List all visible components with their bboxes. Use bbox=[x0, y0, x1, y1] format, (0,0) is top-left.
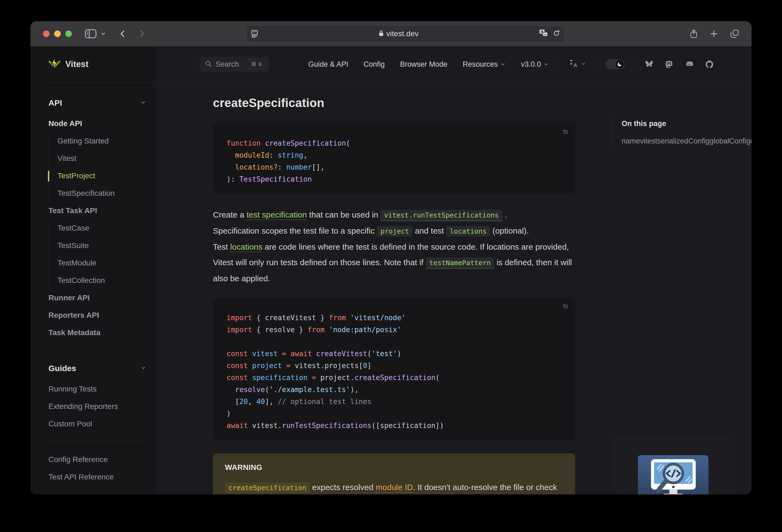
text-run: expects resolved bbox=[310, 483, 376, 492]
bluesky-icon[interactable] bbox=[644, 60, 654, 69]
toc-item-name[interactable]: name bbox=[621, 137, 640, 145]
sidebar-item-testproject[interactable]: TestProject bbox=[58, 167, 149, 185]
tab-overview-icon[interactable] bbox=[730, 29, 739, 38]
reload-icon[interactable] bbox=[553, 29, 560, 38]
toc-item-globalconfig[interactable]: globalConfig bbox=[710, 137, 750, 145]
site-logo[interactable]: Vitest bbox=[31, 46, 156, 82]
code-line: const project = vitest.projects[0] bbox=[226, 360, 562, 371]
language-icon: xA bbox=[569, 59, 579, 69]
minimize-window-button[interactable] bbox=[54, 31, 61, 37]
share-icon[interactable] bbox=[690, 29, 698, 39]
sidebar-item-config-reference[interactable]: Config Reference bbox=[48, 451, 149, 468]
browser-titlebar: vitest.dev A⁎ bbox=[31, 21, 751, 46]
code-line: const vitest = await createVitest('test'… bbox=[226, 348, 562, 360]
search-shortcut: ⌘ K bbox=[248, 59, 266, 69]
code-line: [20, 40], // optional test lines bbox=[226, 396, 562, 407]
traffic-lights bbox=[31, 31, 72, 37]
search-button[interactable]: Search ⌘ K bbox=[199, 57, 270, 72]
header-divider bbox=[47, 82, 742, 82]
text-run: . It doesn't auto-resolve the file or ch… bbox=[413, 483, 557, 492]
back-icon[interactable] bbox=[119, 29, 127, 38]
sidebar-header-reporters-api[interactable]: Reporters API bbox=[48, 307, 149, 324]
zoom-window-button[interactable] bbox=[65, 31, 72, 37]
discord-icon[interactable] bbox=[684, 60, 694, 69]
sidebar-item-testspecification[interactable]: TestSpecification bbox=[58, 185, 149, 202]
link-test-specification[interactable]: test specification bbox=[246, 210, 307, 219]
sidebar-header-test-task-api[interactable]: Test Task API bbox=[48, 202, 149, 219]
forward-icon[interactable] bbox=[138, 29, 146, 38]
sidebar-divider bbox=[48, 441, 145, 442]
toc-item-vitest[interactable]: vitest bbox=[640, 137, 657, 145]
sidebar-item-testsuite[interactable]: TestSuite bbox=[58, 237, 149, 254]
address-bar[interactable]: vitest.dev A⁎ bbox=[246, 25, 565, 42]
nav-link-browser-mode[interactable]: Browser Mode bbox=[400, 60, 448, 69]
inline-code-link-testnamepattern[interactable]: testNamePattern bbox=[426, 257, 494, 269]
text-run: Test bbox=[213, 242, 230, 251]
sidebar-item-testcase[interactable]: TestCase bbox=[58, 219, 149, 237]
github-icon[interactable] bbox=[705, 60, 714, 69]
toc-item-config[interactable]: config bbox=[750, 137, 751, 145]
new-tab-icon[interactable] bbox=[710, 29, 718, 38]
code-search-monitor-icon bbox=[642, 455, 705, 494]
close-window-button[interactable] bbox=[43, 31, 49, 37]
nav-links: Guide & APIConfigBrowser ModeResourcesv3… bbox=[308, 60, 549, 69]
nav-link-config[interactable]: Config bbox=[363, 60, 385, 69]
sidebar-header-runner-api[interactable]: Runner API bbox=[48, 289, 149, 307]
sidebar-item-vitest[interactable]: Vitest bbox=[58, 150, 149, 167]
code-line: import { createVitest } from 'vitest/nod… bbox=[226, 312, 562, 324]
address-url-group: vitest.dev bbox=[379, 29, 419, 38]
reader-icon[interactable] bbox=[251, 30, 258, 38]
on-this-page: On this page namevitestserializedConfigg… bbox=[612, 115, 748, 150]
nav-dropdown-resources[interactable]: Resources bbox=[463, 60, 506, 69]
doc-main: createSpecification ts function createSp… bbox=[213, 82, 575, 494]
inline-code-link-vitest-runtestspecifications[interactable]: vitest.runTestSpecifications bbox=[380, 210, 502, 221]
search-label: Search bbox=[216, 60, 239, 69]
sidebar-item-testcollection[interactable]: TestCollection bbox=[58, 272, 149, 289]
code-line: const specification = project.createSpec… bbox=[226, 371, 562, 384]
code-block-signature: ts function createSpecification( moduleI… bbox=[213, 123, 575, 194]
sidebar-item-getting-started[interactable]: Getting Started bbox=[58, 132, 149, 150]
translate-icon[interactable]: A⁎ bbox=[539, 29, 548, 38]
ad-card[interactable] bbox=[613, 437, 734, 494]
sidebar-item-testmodule[interactable]: TestModule bbox=[58, 254, 149, 272]
code-lines: import { createVitest } from 'vitest/nod… bbox=[226, 312, 562, 431]
inline-code-createspecification: createSpecification bbox=[225, 483, 310, 493]
social-links bbox=[644, 60, 714, 69]
sidebar-item-extending-reporters[interactable]: Extending Reporters bbox=[48, 398, 149, 415]
language-menu[interactable]: xA bbox=[569, 59, 586, 69]
inline-code-locations: locations bbox=[446, 226, 490, 237]
sidebar-section-guides[interactable]: Guides bbox=[48, 360, 149, 377]
screenshot-canvas: vitest.dev A⁎ bbox=[0, 0, 782, 532]
warning-body: createSpecification expects resolved mod… bbox=[225, 480, 563, 494]
theme-toggle-moon-icon bbox=[616, 60, 624, 68]
text-run: that can be used in bbox=[307, 210, 380, 219]
code-lines: function createSpecification( moduleId: … bbox=[226, 137, 562, 185]
mastodon-icon[interactable] bbox=[665, 60, 673, 69]
nav-separator bbox=[596, 58, 596, 70]
nav-separator bbox=[634, 58, 635, 70]
chevron-down-icon[interactable] bbox=[100, 31, 106, 37]
address-right-icons: A⁎ bbox=[539, 29, 560, 38]
sidebar-nav: APINode APIGetting StartedVitestTestProj… bbox=[31, 82, 156, 486]
link-module-id[interactable]: module ID bbox=[376, 483, 413, 492]
svg-text:A: A bbox=[574, 62, 577, 68]
nav-link-guide-api[interactable]: Guide & API bbox=[308, 60, 348, 69]
sidebar-toggle-icon[interactable] bbox=[85, 29, 96, 38]
inline-code-project: project bbox=[377, 226, 413, 237]
link-locations[interactable]: locations bbox=[230, 242, 262, 251]
vitest-site: Vitest APINode APIGetting StartedVitestT… bbox=[31, 46, 751, 494]
lock-icon bbox=[379, 30, 384, 38]
sidebar-item-running-tests[interactable]: Running Tests bbox=[48, 380, 149, 398]
sidebar-item-test-api-reference[interactable]: Test API Reference bbox=[48, 468, 149, 486]
sidebar-header-node-api[interactable]: Node API bbox=[48, 115, 149, 132]
toc-item-serializedconfig[interactable]: serializedConfig bbox=[657, 137, 710, 145]
sidebar-header-task-metadata[interactable]: Task Metadata bbox=[48, 324, 149, 342]
warning-callout: WARNING createSpecification expects reso… bbox=[213, 453, 575, 494]
url-text: vitest.dev bbox=[386, 29, 419, 38]
search-icon bbox=[205, 60, 212, 68]
sidebar-section-api[interactable]: API bbox=[48, 94, 149, 112]
nav-dropdown-v3-0-0[interactable]: v3.0.0 bbox=[521, 60, 549, 69]
code-line bbox=[226, 336, 562, 348]
sidebar-item-custom-pool[interactable]: Custom Pool bbox=[48, 415, 149, 433]
theme-toggle[interactable] bbox=[606, 59, 625, 69]
